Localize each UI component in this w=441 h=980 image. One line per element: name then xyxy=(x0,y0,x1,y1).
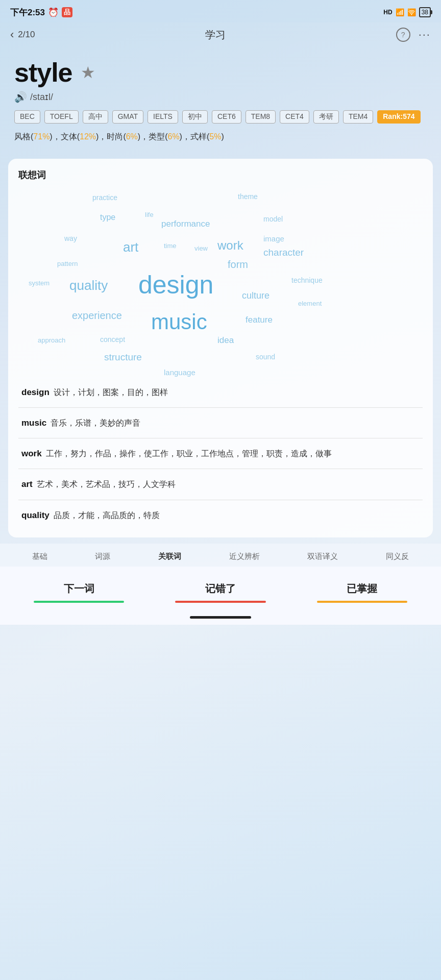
tag-item: 高中 xyxy=(83,110,108,124)
cloud-word-item: culture xyxy=(242,290,270,301)
wifi-icon: 🛜 xyxy=(407,8,416,16)
meaning-percent: 12% xyxy=(80,132,96,141)
action-btn[interactable]: 下一词 xyxy=(10,575,148,607)
word-list-key: music xyxy=(21,418,46,428)
back-button[interactable]: ‹ xyxy=(10,28,14,41)
cloud-word-item: sound xyxy=(256,353,275,361)
home-bar xyxy=(190,616,251,619)
word-list-key: work xyxy=(21,449,42,458)
tag-item: 考研 xyxy=(313,110,339,124)
word-list-item: design设计，计划，图案，目的，图样 xyxy=(18,377,423,408)
word-text: style xyxy=(14,57,72,88)
word-list-key: quality xyxy=(21,510,50,520)
action-btn-bar xyxy=(317,601,407,603)
tag-item: TOEFL xyxy=(44,110,79,124)
word-definition-list: design设计，计划，图案，目的，图样music音乐，乐谱，美妙的声音work… xyxy=(13,377,428,530)
action-btn[interactable]: 已掌握 xyxy=(293,575,431,607)
action-btn-label: 下一词 xyxy=(14,582,143,596)
action-btn-label: 记错了 xyxy=(156,582,285,596)
help-button[interactable]: ? xyxy=(396,28,410,42)
word-list-def: 艺术，美术，艺术品，技巧，人文学科 xyxy=(37,480,176,488)
rank-tag: Rank:574 xyxy=(377,110,420,124)
bottom-tab[interactable]: 词源 xyxy=(91,550,114,564)
action-btn-label: 已掌握 xyxy=(298,582,427,596)
cloud-word-item: idea xyxy=(217,335,234,346)
cloud-title: 联想词 xyxy=(13,169,428,181)
pronunciation-row: 🔊 /staɪl/ xyxy=(14,91,427,103)
word-list-item: quality品质，才能，高品质的，特质 xyxy=(18,500,423,530)
tag-item: CET4 xyxy=(280,110,309,124)
cloud-word-item: type xyxy=(100,213,115,222)
meaning-percent: 6% xyxy=(167,132,179,141)
word-cloud: practicethemetypelifeperformancemodelway… xyxy=(13,183,428,377)
cloud-word-item: way xyxy=(64,234,77,242)
meaning-percent: 71% xyxy=(33,132,50,141)
word-list-def: 品质，才能，高品质的，特质 xyxy=(54,511,160,520)
progress-label: 2/10 xyxy=(18,30,35,40)
bottom-tab[interactable]: 同义反 xyxy=(382,550,413,564)
nav-left[interactable]: ‹ 2/10 xyxy=(10,28,35,41)
action-btn[interactable]: 记错了 xyxy=(152,575,289,607)
star-button[interactable]: ★ xyxy=(81,63,95,82)
cloud-word-item: practice xyxy=(92,193,117,202)
bottom-tab[interactable]: 关联词 xyxy=(154,550,185,564)
time-label: 下午2:53 xyxy=(10,7,45,18)
tag-item: CET6 xyxy=(212,110,241,124)
cloud-word-item: image xyxy=(263,234,284,243)
cloud-word-item: performance xyxy=(161,219,210,229)
word-list-key: art xyxy=(21,479,33,489)
signal-icon: 📶 xyxy=(396,8,404,16)
cloud-word-item: design xyxy=(138,270,213,300)
word-list-def: 设计，计划，图案，目的，图样 xyxy=(54,388,168,397)
cloud-word-item: concept xyxy=(100,335,125,344)
cloud-word-item: approach xyxy=(38,336,65,344)
sound-button[interactable]: 🔊 xyxy=(14,91,27,103)
status-time: 下午2:53 ⏰ 品 xyxy=(10,7,72,18)
cloud-word-item: quality xyxy=(69,278,108,293)
cloud-word-item: experience xyxy=(72,310,122,322)
bottom-tab[interactable]: 基础 xyxy=(28,550,52,564)
cloud-word-item: pattern xyxy=(57,260,78,267)
meaning-percent: 6% xyxy=(126,132,138,141)
meaning-percent: 5% xyxy=(209,132,221,141)
word-list-item: art艺术，美术，艺术品，技巧，人文学科 xyxy=(18,469,423,500)
action-btn-bar xyxy=(34,601,124,603)
tag-item: BEC xyxy=(14,110,40,124)
cloud-word-item: model xyxy=(263,215,283,223)
action-btn-bar xyxy=(175,601,265,603)
phonetic-text: /staɪl/ xyxy=(30,91,53,103)
cloud-card: 联想词 practicethemetypelifeperformancemode… xyxy=(8,159,433,537)
tag-item: GMAT xyxy=(112,110,143,124)
cloud-word-item: technique xyxy=(291,276,323,284)
tag-item: IELTS xyxy=(148,110,178,124)
tag-item: TEM4 xyxy=(343,110,373,124)
word-section: style ★ 🔊 /staɪl/ BECTOEFL高中GMATIELTS初中C… xyxy=(0,47,441,153)
cloud-word-item: work xyxy=(217,238,243,253)
cloud-word-item: element xyxy=(298,300,322,307)
status-indicators: HD 📶 🛜 38 xyxy=(383,7,431,17)
cloud-word-item: character xyxy=(263,247,304,258)
status-bar: 下午2:53 ⏰ 品 HD 📶 🛜 38 xyxy=(0,0,441,22)
word-list-item: music音乐，乐谱，美妙的声音 xyxy=(18,408,423,438)
home-indicator xyxy=(0,612,441,625)
bottom-tab[interactable]: 双语译义 xyxy=(303,550,342,564)
word-list-def: 音乐，乐谱，美妙的声音 xyxy=(51,419,140,427)
cloud-word-item: system xyxy=(29,279,50,287)
nav-title: 学习 xyxy=(205,28,226,42)
action-buttons: 下一词记错了已掌握 xyxy=(0,567,441,612)
tags-container: BECTOEFL高中GMATIELTS初中CET6TEM8CET4考研TEM4R… xyxy=(14,110,427,124)
bottom-tab[interactable]: 近义辨析 xyxy=(225,550,264,564)
cloud-word-item: feature xyxy=(246,315,273,325)
tag-item: TEM8 xyxy=(246,110,276,124)
cloud-word-item: structure xyxy=(104,352,142,363)
nav-right: ? ··· xyxy=(396,28,431,42)
cloud-word-item: life xyxy=(145,211,154,218)
tag-item: 初中 xyxy=(182,110,208,124)
cloud-word-item: art xyxy=(123,239,138,255)
cloud-word-item: view xyxy=(194,244,208,252)
word-list-key: design xyxy=(21,387,50,397)
more-button[interactable]: ··· xyxy=(419,28,431,41)
nav-bar: ‹ 2/10 学习 ? ··· xyxy=(0,22,441,47)
cloud-word-item: time xyxy=(164,242,177,250)
cloud-word-item: music xyxy=(151,310,207,334)
